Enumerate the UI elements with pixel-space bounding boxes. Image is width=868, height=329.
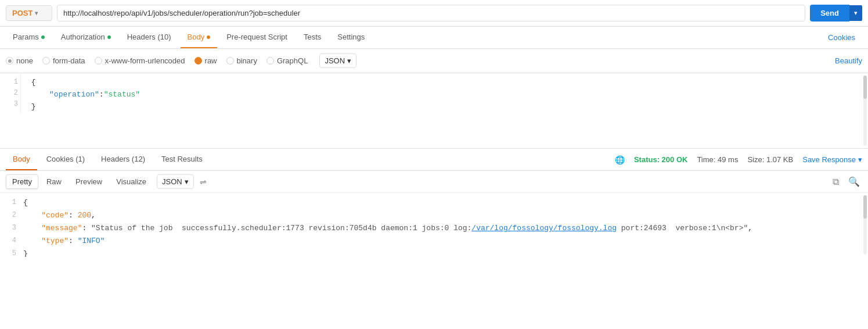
format-visualize-button[interactable]: Visualize bbox=[110, 175, 152, 188]
send-dropdown-button[interactable]: ▾ bbox=[849, 5, 862, 21]
format-raw-button[interactable]: Raw bbox=[41, 175, 67, 188]
beautify-button[interactable]: Beautify bbox=[835, 56, 862, 65]
resp-tab-body[interactable]: Body bbox=[6, 149, 37, 170]
option-graphql[interactable]: GraphQL bbox=[266, 56, 308, 65]
radio-raw[interactable] bbox=[195, 57, 202, 65]
editor-scrollbar-thumb bbox=[863, 76, 867, 99]
resp-tab-test-results[interactable]: Test Results bbox=[154, 149, 210, 170]
method-chevron-icon: ▾ bbox=[35, 10, 38, 16]
format-preview-button[interactable]: Preview bbox=[70, 175, 108, 188]
wrap-icon[interactable]: ⇌ bbox=[200, 177, 207, 187]
body-options-row: none form-data x-www-form-urlencoded raw… bbox=[0, 49, 868, 73]
option-none[interactable]: none bbox=[6, 56, 33, 65]
response-section: Body Cookies (1) Headers (12) Test Resul… bbox=[0, 149, 868, 257]
request-code-content: { "operation":"status" } bbox=[26, 73, 146, 116]
radio-binary[interactable] bbox=[226, 57, 234, 65]
save-response-button[interactable]: Save Response ▾ bbox=[802, 155, 862, 164]
response-actions: ⧉ 🔍 bbox=[830, 175, 862, 188]
response-format-row: Pretty Raw Preview Visualize JSON ▾ ⇌ ⧉ … bbox=[0, 171, 868, 193]
radio-form-data[interactable] bbox=[42, 57, 50, 65]
response-code-area: 1 { 2 "code": 200, 3 "message": "Status … bbox=[0, 193, 868, 257]
radio-urlencoded[interactable] bbox=[95, 57, 102, 65]
json-chevron-icon: ▾ bbox=[347, 56, 351, 65]
resp-line-1: 1 { bbox=[0, 196, 868, 209]
cookies-link[interactable]: Cookies bbox=[821, 27, 862, 48]
tab-authorization[interactable]: Authorization bbox=[54, 27, 118, 48]
response-tabs-row: Body Cookies (1) Headers (12) Test Resul… bbox=[0, 149, 868, 171]
tab-body[interactable]: Body bbox=[181, 27, 218, 48]
radio-graphql[interactable] bbox=[266, 57, 274, 65]
tab-params[interactable]: Params bbox=[6, 27, 52, 48]
option-form-data[interactable]: form-data bbox=[42, 56, 85, 65]
method-select[interactable]: POST ▾ bbox=[6, 5, 52, 21]
request-code-editor[interactable]: 123 { "operation":"status" } bbox=[0, 73, 868, 149]
save-response-chevron-icon: ▾ bbox=[858, 155, 862, 164]
resp-tab-headers[interactable]: Headers (12) bbox=[94, 149, 152, 170]
params-dot-icon bbox=[41, 35, 45, 39]
request-line-numbers: 123 bbox=[0, 73, 21, 114]
url-input[interactable] bbox=[57, 5, 805, 22]
log-link[interactable]: /var/log/fossology/fossology.log bbox=[471, 224, 617, 233]
globe-icon: 🌐 bbox=[615, 155, 625, 164]
option-raw[interactable]: raw bbox=[195, 56, 217, 65]
response-scrollbar[interactable] bbox=[863, 195, 867, 255]
resp-line-5: 5 } bbox=[0, 248, 868, 257]
send-button[interactable]: Send bbox=[810, 5, 849, 22]
format-pretty-button[interactable]: Pretty bbox=[6, 174, 38, 189]
search-button[interactable]: 🔍 bbox=[846, 175, 862, 188]
response-time: Time: 49 ms bbox=[697, 155, 738, 164]
resp-line-3: 3 "message": "Status of the job successf… bbox=[0, 222, 868, 235]
send-button-group: Send ▾ bbox=[810, 5, 862, 22]
url-bar: POST ▾ Send ▾ bbox=[0, 0, 868, 27]
method-label: POST bbox=[12, 9, 33, 17]
json-format-select[interactable]: JSON ▾ bbox=[319, 53, 356, 68]
tab-settings[interactable]: Settings bbox=[330, 27, 372, 48]
response-status-info: 🌐 Status: 200 OK Time: 49 ms Size: 1.07 … bbox=[615, 155, 862, 164]
response-json-select[interactable]: JSON ▾ bbox=[157, 174, 194, 189]
tab-headers[interactable]: Headers (10) bbox=[120, 27, 178, 48]
option-urlencoded[interactable]: x-www-form-urlencoded bbox=[95, 56, 185, 65]
response-size: Size: 1.07 KB bbox=[747, 155, 793, 164]
copy-button[interactable]: ⧉ bbox=[830, 176, 841, 188]
radio-none[interactable] bbox=[6, 57, 13, 65]
response-scrollbar-thumb bbox=[863, 195, 867, 219]
request-tabs: Params Authorization Headers (10) Body P… bbox=[0, 27, 868, 49]
resp-line-4: 4 "type": "INFO" bbox=[0, 235, 868, 248]
resp-tab-cookies[interactable]: Cookies (1) bbox=[39, 149, 92, 170]
auth-dot-icon bbox=[107, 35, 111, 39]
resp-line-2: 2 "code": 200, bbox=[0, 209, 868, 222]
option-binary[interactable]: binary bbox=[226, 56, 257, 65]
tab-tests[interactable]: Tests bbox=[297, 27, 328, 48]
body-dot-icon bbox=[207, 35, 210, 39]
editor-scrollbar[interactable] bbox=[863, 76, 867, 146]
status-badge: Status: 200 OK bbox=[634, 155, 687, 164]
response-json-chevron-icon: ▾ bbox=[185, 177, 189, 186]
tab-pre-request[interactable]: Pre-request Script bbox=[219, 27, 294, 48]
